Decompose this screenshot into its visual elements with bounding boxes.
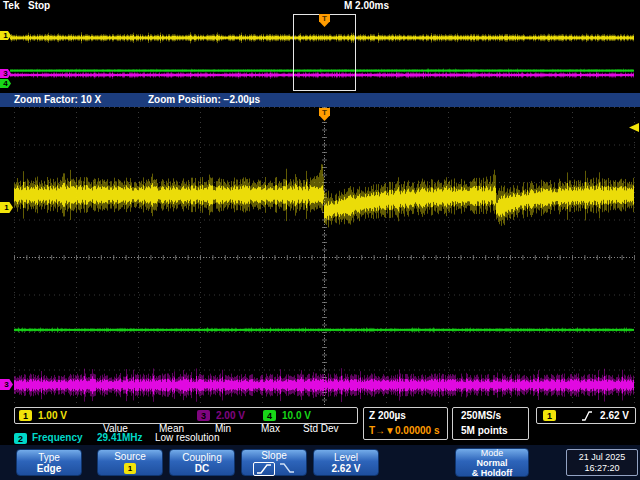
ch3-badge: 3 [197,410,210,421]
datetime-box: 21 Jul 2025 16:27:20 [566,449,638,476]
zoom-position-label: Zoom Position: −2.00µs [148,94,260,106]
ch1-badge: 1 [19,410,32,421]
slope-options [253,462,295,476]
slope-rising-option[interactable] [253,462,275,476]
menu-type-button[interactable]: Type Edge [16,449,82,476]
ch4-scale-readout: 10.0 V [282,410,311,422]
menu-mode-value-line2: & Holdoff [472,468,513,478]
menu-mode-button[interactable]: Mode Normal & Holdoff [455,448,529,477]
time-readout: 16:27:20 [584,463,619,474]
sample-rate-box: 250MS/s 5M points [452,407,529,440]
menu-slope-title: Slope [261,450,287,461]
zoom-factor-label: Zoom Factor: 10 X [14,94,101,106]
meas-note: Low resolution [155,432,219,444]
menu-mode-value-line1: Normal [476,458,507,468]
meas-name: Frequency [32,432,83,444]
trigger-slope-icon [581,411,593,421]
zoom-canvas [0,107,640,407]
meas-value: 29.41MHz [97,432,143,444]
menu-source-channel-badge: 1 [124,463,136,474]
menu-coupling-value: DC [195,463,209,474]
main-timebase-readout: M 2.00ms [344,0,389,12]
menu-mode-title: Mode [481,448,504,458]
menu-source-button[interactable]: Source 1 [97,449,163,476]
meas-header-stddev: Std Dev [303,423,339,435]
tek-logo: Tek [3,0,20,12]
menu-slope-button[interactable]: Slope [241,449,307,476]
trigger-readout-box: 1 2.62 V [536,407,636,424]
zoom-info-bar: Zoom Factor: 10 X Zoom Position: −2.00µs [0,93,640,107]
menu-type-value: Edge [37,463,61,474]
meas-header-max: Max [261,423,280,435]
menu-coupling-title: Coupling [182,452,221,463]
ch3-scale-readout: 2.00 V [216,410,245,422]
oscilloscope-screen: Tek Stop M 2.00ms T 1 3 4 Zoom Factor: 1… [0,0,640,480]
zoom-timebase-box: Z 200µs T→▼0.00000 s [363,407,448,440]
ch1-scale-readout: 1.00 V [38,410,67,422]
slope-falling-option[interactable] [279,462,295,476]
rising-slope-icon [256,463,272,475]
zoom-timebase-readout: Z 200µs [369,410,406,422]
sample-rate-readout: 250MS/s [461,410,501,422]
menu-level-value: 2.62 V [332,463,361,474]
trigger-delay-readout: T→▼0.00000 s [369,425,440,437]
channel-scale-box: 1 1.00 V 3 2.00 V 4 10.0 V [14,407,358,424]
menu-source-title: Source [114,451,146,462]
acquisition-status: Stop [28,0,50,12]
trigger-level-readout: 2.62 V [600,410,629,422]
menu-type-title: Type [38,452,60,463]
menu-coupling-button[interactable]: Coupling DC [169,449,235,476]
falling-slope-icon [279,462,295,474]
menu-level-button[interactable]: Level 2.62 V [313,449,379,476]
menu-level-title: Level [334,452,358,463]
trigger-source-badge: 1 [543,410,556,421]
meas-ch2-badge: 2 [14,433,27,444]
record-length-readout: 5M points [461,425,508,437]
date-readout: 21 Jul 2025 [579,452,626,463]
ch4-badge: 4 [263,410,276,421]
